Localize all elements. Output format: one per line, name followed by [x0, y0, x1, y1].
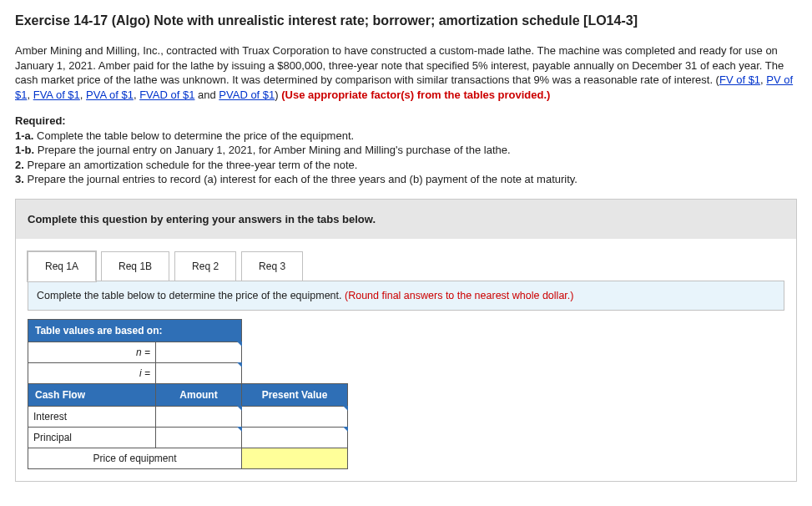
i-label: i = — [28, 362, 156, 383]
question-box-header: Complete this question by entering your … — [16, 200, 796, 239]
dropdown-icon — [237, 342, 242, 347]
required-item: 3. Prepare the journal entries to record… — [15, 172, 797, 187]
tabs-row: Req 1A Req 1B Req 2 Req 3 — [16, 239, 796, 281]
required-item: 1-b. Prepare the journal entry on Januar… — [15, 143, 797, 158]
problem-statement: Amber Mining and Milling, Inc., contract… — [15, 43, 797, 102]
sep: , — [80, 89, 86, 101]
i-input[interactable] — [156, 362, 242, 383]
req-text: Prepare an amortization schedule for the… — [24, 159, 358, 171]
row-principal-label: Principal — [28, 427, 156, 448]
table-header-basis: Table values are based on: — [28, 319, 242, 342]
problem-body: Amber Mining and Milling, Inc., contract… — [15, 44, 784, 86]
req-num: 2. — [15, 159, 24, 171]
req-text: Prepare the journal entry on January 1, … — [34, 144, 510, 156]
req-num: 1-a. — [15, 129, 33, 142]
price-of-equipment-label: Price of equipment — [28, 448, 242, 468]
question-box: Complete this question by entering your … — [15, 199, 797, 482]
dropdown-icon — [343, 406, 348, 411]
req-num: 3. — [15, 173, 24, 185]
tab-instruction-hint: (Round final answers to the nearest whol… — [345, 290, 573, 301]
principal-amount-input[interactable] — [156, 427, 242, 448]
tab-req-2[interactable]: Req 2 — [174, 251, 236, 281]
use-factors-note: (Use appropriate factor(s) from the tabl… — [281, 89, 550, 101]
tab-req-1a[interactable]: Req 1A — [28, 251, 96, 281]
req-num: 1-b. — [15, 144, 34, 156]
link-fv[interactable]: FV of $1 — [719, 73, 760, 86]
answer-table-wrap: Table values are based on: n = i = Cash … — [16, 311, 796, 481]
required-block: Required: 1-a. Complete the table below … — [15, 114, 797, 187]
dropdown-icon — [237, 362, 242, 367]
tab-req-1b[interactable]: Req 1B — [101, 251, 169, 281]
price-of-equipment-output[interactable] — [242, 448, 348, 468]
col-header-pv: Present Value — [242, 383, 348, 406]
link-pva[interactable]: PVA of $1 — [86, 89, 134, 101]
tab-req-3[interactable]: Req 3 — [241, 251, 303, 281]
required-item: 2. Prepare an amortization schedule for … — [15, 158, 797, 173]
dropdown-icon — [343, 427, 348, 432]
required-heading: Required: — [15, 114, 797, 129]
link-fva[interactable]: FVA of $1 — [33, 89, 80, 101]
answer-table: Table values are based on: n = i = Cash … — [28, 319, 348, 469]
tab-instruction-text: Complete the table below to determine th… — [37, 290, 345, 301]
principal-pv-input[interactable] — [242, 427, 348, 448]
req-text: Complete the table below to determine th… — [33, 129, 354, 142]
sep: , — [27, 89, 33, 101]
interest-amount-input[interactable] — [156, 406, 242, 427]
and-word: and — [194, 89, 219, 101]
col-header-amount: Amount — [156, 383, 242, 406]
row-interest-label: Interest — [28, 406, 156, 427]
link-fvad[interactable]: FVAD of $1 — [139, 89, 194, 101]
exercise-title: Exercise 14-17 (Algo) Note with unrealis… — [15, 13, 797, 28]
interest-pv-input[interactable] — [242, 406, 348, 427]
col-header-cashflow: Cash Flow — [28, 383, 156, 406]
n-label: n = — [28, 342, 156, 362]
required-item: 1-a. Complete the table below to determi… — [15, 129, 797, 144]
n-input[interactable] — [156, 342, 242, 362]
req-text: Prepare the journal entries to record (a… — [24, 173, 577, 185]
link-pvad[interactable]: PVAD of $1 — [219, 89, 275, 101]
tab-instruction: Complete the table below to determine th… — [28, 281, 784, 311]
